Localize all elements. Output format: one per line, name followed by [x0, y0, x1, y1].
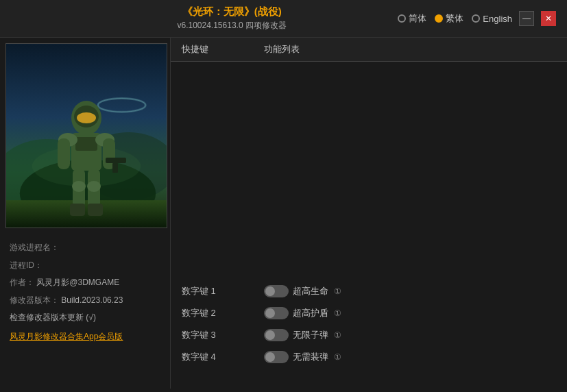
toggle-switch-3[interactable]	[264, 351, 289, 363]
lang-radio-english	[472, 14, 480, 23]
col-function-header: 功能列表	[264, 43, 556, 56]
feature-name-1: 超高护盾	[293, 307, 328, 319]
svg-point-23	[72, 181, 86, 192]
svg-rect-22	[88, 204, 103, 216]
author-value: 风灵月影@3DMGAME	[36, 278, 119, 287]
lang-option-simplified[interactable]: 简体	[398, 12, 426, 25]
toggle-switch-2[interactable]	[264, 329, 289, 341]
left-panel: HALO INFINITE	[0, 38, 170, 389]
right-panel: 快捷键 功能列表 数字键 1 超高生命 ① 数字键 2 超高护盾 ①	[170, 38, 567, 389]
title-block: 《光环：无限》(战役) v6.10024.15613.0 四项修改器	[66, 5, 398, 32]
process-label: 游戏进程名：	[10, 243, 59, 252]
toggle-switch-0[interactable]	[264, 285, 289, 297]
title-bar: 《光环：无限》(战役) v6.10024.15613.0 四项修改器 简体 繁体…	[0, 0, 567, 38]
toggle-switch-1[interactable]	[264, 307, 289, 319]
author-row: 作者： 风灵月影@3DMGAME	[10, 275, 160, 291]
feature-key-0: 数字键 1	[182, 285, 264, 297]
close-button[interactable]: ✕	[541, 11, 556, 26]
lang-option-english[interactable]: English	[472, 14, 512, 24]
game-cover-image: HALO INFINITE	[5, 43, 167, 228]
svg-rect-18	[112, 163, 118, 173]
feature-key-1: 数字键 2	[182, 307, 264, 319]
feature-row-1: 数字键 2 超高护盾 ①	[171, 302, 567, 324]
lang-radio-traditional	[435, 14, 443, 23]
feature-info-3: ①	[334, 352, 341, 362]
version-value: Build.2023.06.23	[61, 295, 123, 305]
lang-option-traditional[interactable]: 繁体	[435, 12, 463, 25]
version-label: 修改器版本：	[10, 295, 59, 305]
main-content: HALO INFINITE	[0, 38, 567, 389]
feature-row-3: 数字键 4 无需装弹 ①	[171, 346, 567, 368]
version-row: 修改器版本： Build.2023.06.23	[10, 293, 160, 308]
features-area: 数字键 1 超高生命 ① 数字键 2 超高护盾 ① 数字键 3	[171, 62, 567, 389]
app-subtitle: v6.10024.15613.0 四项修改器	[66, 20, 398, 32]
app-title: 《光环：无限》(战役)	[66, 5, 398, 19]
soldier-svg	[45, 97, 128, 228]
col-hotkey-header: 快捷键	[182, 43, 264, 56]
svg-point-10	[77, 112, 96, 123]
pid-row: 进程ID：	[10, 258, 160, 273]
svg-rect-17	[106, 158, 126, 163]
process-row: 游戏进程名：	[10, 241, 160, 256]
svg-rect-12	[75, 137, 97, 151]
minimize-button[interactable]: —	[519, 11, 534, 26]
update-row: 检查修改器版本更新 (√)	[10, 310, 160, 326]
feature-name-0: 超高生命	[293, 285, 328, 297]
feature-toggle-0: 超高生命 ①	[264, 285, 341, 297]
feature-name-2: 无限子弹	[293, 329, 328, 341]
lang-label-english: English	[483, 14, 512, 24]
app-link-row: 风灵月影修改器合集App会员版	[10, 330, 160, 345]
feature-info-2: ①	[334, 330, 341, 340]
feature-key-2: 数字键 3	[182, 329, 264, 341]
lang-radio-simplified	[398, 14, 406, 23]
feature-toggle-2: 无限子弹 ①	[264, 329, 341, 341]
svg-rect-15	[58, 138, 70, 169]
author-label: 作者：	[10, 278, 34, 287]
feature-toggle-3: 无需装弹 ①	[264, 351, 341, 363]
feature-toggle-1: 超高护盾 ①	[264, 307, 341, 319]
lang-label-traditional: 繁体	[446, 12, 463, 25]
feature-row-0: 数字键 1 超高生命 ①	[171, 280, 567, 302]
update-check-text: 检查修改器版本更新 (√)	[10, 313, 96, 322]
pid-label: 进程ID：	[10, 260, 43, 270]
feature-key-3: 数字键 4	[182, 351, 264, 363]
app-link[interactable]: 风灵月影修改器合集App会员版	[10, 332, 123, 341]
feature-info-0: ①	[334, 286, 341, 296]
lang-label-simplified: 简体	[409, 12, 426, 25]
svg-point-24	[87, 181, 101, 192]
feature-name-3: 无需装弹	[293, 351, 328, 363]
feature-row-2: 数字键 3 无限子弹 ①	[171, 324, 567, 346]
info-panel: 游戏进程名： 进程ID： 作者： 风灵月影@3DMGAME 修改器版本： Bui…	[0, 234, 170, 354]
language-group: 简体 繁体 English	[398, 12, 512, 25]
title-controls: 简体 繁体 English — ✕	[398, 11, 556, 26]
table-header: 快捷键 功能列表	[171, 38, 567, 62]
svg-rect-21	[70, 204, 85, 216]
feature-info-1: ①	[334, 308, 341, 318]
